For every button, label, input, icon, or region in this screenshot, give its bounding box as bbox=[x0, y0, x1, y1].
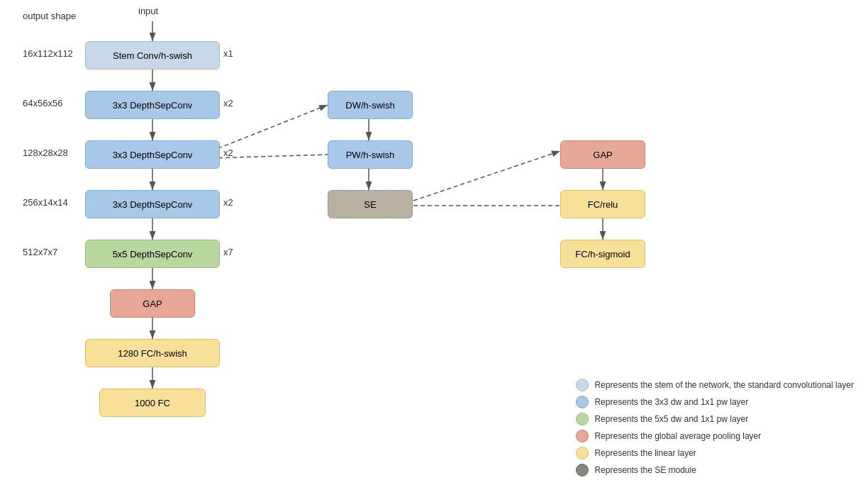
dsconv1-block: 3x3 DepthSepConv bbox=[85, 91, 220, 119]
dsconv3-multiplier: x2 bbox=[223, 197, 233, 208]
legend-circle-linear bbox=[576, 447, 589, 459]
svg-line-16 bbox=[413, 151, 560, 201]
legend-text-gap: Represents the global average pooling la… bbox=[594, 431, 761, 441]
shape-16: 16x112x112 bbox=[23, 48, 73, 59]
legend-item-stem: Represents the stem of the network, the … bbox=[576, 379, 854, 391]
legend-text-linear: Represents the linear layer bbox=[594, 448, 696, 458]
stem-block: Stem Conv/h-swish bbox=[85, 41, 220, 69]
legend-item-linear: Represents the linear layer bbox=[576, 447, 854, 459]
output-shape-header: output shape bbox=[23, 11, 76, 21]
dsconv4-multiplier: x7 bbox=[223, 247, 233, 257]
shape-256: 256x14x14 bbox=[23, 197, 68, 208]
dw-block: DW/h-swish bbox=[328, 91, 413, 119]
fc-relu-block: FC/relu bbox=[560, 190, 645, 218]
legend-text-5x5: Represents the 5x5 dw and 1x1 pw layer bbox=[594, 414, 748, 424]
legend-circle-3x3 bbox=[576, 396, 589, 408]
dsconv1-multiplier: x2 bbox=[223, 98, 233, 108]
shape-512: 512x7x7 bbox=[23, 247, 57, 257]
legend-item-se: Represents the SE module bbox=[576, 464, 854, 476]
stem-multiplier: x1 bbox=[223, 48, 233, 59]
gap-block: GAP bbox=[110, 289, 195, 318]
se-block: SE bbox=[328, 190, 413, 218]
fc1-block: 1280 FC/h-swish bbox=[85, 339, 220, 367]
dsconv2-block: 3x3 DepthSepConv bbox=[85, 140, 220, 169]
fc-hsigmoid-block: FC/h-sigmoid bbox=[560, 240, 645, 268]
diagram-container: output shape input 16x112x112 64x56x56 1… bbox=[0, 0, 868, 502]
fc2-block: 1000 FC bbox=[99, 389, 206, 417]
legend-circle-stem bbox=[576, 379, 589, 391]
pw-block: PW/h-swish bbox=[328, 140, 413, 169]
legend-circle-gap bbox=[576, 430, 589, 442]
dsconv3-block: 3x3 DepthSepConv bbox=[85, 190, 220, 218]
legend-item-5x5: Represents the 5x5 dw and 1x1 pw layer bbox=[576, 413, 854, 425]
dsconv2-multiplier: x2 bbox=[223, 147, 233, 158]
legend-text-stem: Represents the stem of the network, the … bbox=[594, 380, 854, 390]
gap2-block: GAP bbox=[560, 140, 645, 169]
legend-text-3x3: Represents the 3x3 dw and 1x1 pw layer bbox=[594, 397, 748, 407]
input-label: input bbox=[138, 6, 158, 16]
legend-text-se: Represents the SE module bbox=[594, 465, 696, 475]
legend-item-gap: Represents the global average pooling la… bbox=[576, 430, 854, 442]
shape-64: 64x56x56 bbox=[23, 98, 62, 108]
legend-circle-5x5 bbox=[576, 413, 589, 425]
dsconv4-block: 5x5 DepthSepConv bbox=[85, 240, 220, 268]
legend-item-3x3: Represents the 3x3 dw and 1x1 pw layer bbox=[576, 396, 854, 408]
legend-circle-se bbox=[576, 464, 589, 476]
legend: Represents the stem of the network, the … bbox=[576, 379, 854, 481]
shape-128: 128x28x28 bbox=[23, 147, 68, 158]
svg-line-14 bbox=[211, 105, 328, 151]
